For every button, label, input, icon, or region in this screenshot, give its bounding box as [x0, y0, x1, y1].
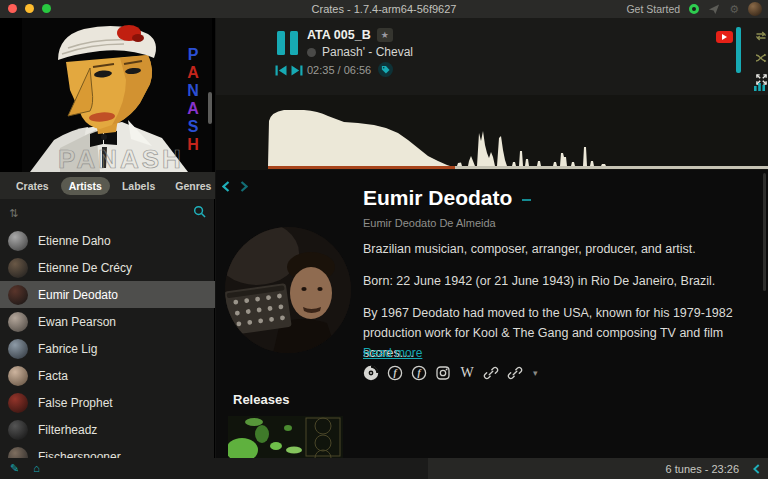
status-bar: ✎ ⌂ 6 tunes - 23:26	[0, 458, 768, 479]
facebook-icon[interactable]: f	[411, 365, 427, 381]
dash-icon[interactable]	[522, 199, 531, 201]
artist-avatar	[8, 285, 28, 305]
search-icon[interactable]	[193, 204, 206, 222]
left-sidebar: PANASH PANASH CratesArtistsLabelsGenresT…	[0, 18, 215, 458]
youtube-button[interactable]	[716, 31, 733, 43]
app-window: Crates - 1.7.4-arm64-56f9627 Get Started…	[0, 0, 768, 479]
artist-avatar	[8, 339, 28, 359]
facebook-icon[interactable]: f	[387, 365, 403, 381]
time-display: 02:35 / 06:56	[307, 64, 371, 76]
artist-list-item[interactable]: False Prophet	[0, 389, 215, 416]
bio-paragraph: By 1967 Deodato had moved to the USA, kn…	[363, 303, 768, 363]
send-icon[interactable]	[708, 3, 720, 15]
artist-photo	[225, 227, 351, 353]
artist-list-scrollbar[interactable]	[208, 92, 212, 124]
artist-avatar	[8, 366, 28, 386]
tag-icon[interactable]	[378, 62, 393, 77]
repeat-icon[interactable]	[755, 27, 767, 45]
back-button[interactable]	[222, 178, 230, 196]
artist-list-item[interactable]: Fabrice Lig	[0, 335, 215, 362]
artist-avatar	[8, 393, 28, 413]
sort-icon[interactable]: ⇅	[9, 207, 18, 220]
artist-avatar	[8, 312, 28, 332]
pause-button[interactable]	[277, 31, 298, 55]
social-links-row: ffW ▾	[363, 365, 538, 381]
artist-name: Fischerspooner	[38, 450, 121, 459]
previous-track-button[interactable]	[275, 62, 287, 80]
svg-text:P: P	[188, 46, 199, 63]
artist-name: Filterheadz	[38, 423, 97, 437]
now-playing-album-art[interactable]: PANASH PANASH	[0, 18, 215, 172]
svg-text:f: f	[393, 368, 397, 378]
svg-text:A: A	[187, 64, 199, 81]
album-art-title-text: PANASH	[58, 144, 184, 172]
artist-list-item[interactable]: Filterheadz	[0, 416, 215, 443]
artist-detail-panel: Eumir Deodato Eumir Deodato De Almeida B…	[216, 170, 768, 458]
progress-ring-icon[interactable]	[689, 4, 699, 14]
artist-list-item[interactable]: Ewan Pearson	[0, 308, 215, 335]
home-icon[interactable]: ⌂	[33, 463, 40, 474]
tab-crates[interactable]: Crates	[8, 177, 57, 195]
tab-artists[interactable]: Artists	[61, 177, 110, 195]
svg-text:N: N	[187, 82, 199, 99]
svg-text:A: A	[187, 100, 199, 117]
now-playing-label: Panash' - Cheval	[322, 45, 413, 59]
artist-avatar	[8, 258, 28, 278]
player-bar: ATA 005_B ★ Panash' - Cheval 02:35 / 06:…	[216, 18, 768, 95]
artist-full-name: Eumir Deodato De Almeida	[363, 217, 496, 229]
artist-name: False Prophet	[38, 396, 113, 410]
bio-paragraph: Brazilian musician, composer, arranger, …	[363, 239, 768, 259]
link-icon[interactable]	[507, 365, 523, 381]
artist-name-heading: Eumir Deodato	[363, 186, 512, 210]
detail-scrollbar[interactable]	[763, 173, 766, 291]
artist-name: Facta	[38, 369, 68, 383]
artist-list-item[interactable]: Etienne Daho	[0, 227, 215, 254]
artist-list-item[interactable]: Facta	[0, 362, 215, 389]
track-status-dot	[307, 48, 316, 57]
chart-icon[interactable]	[754, 77, 765, 95]
svg-text:f: f	[417, 368, 421, 378]
artist-name: Eumir Deodato	[38, 288, 118, 302]
svg-text:S: S	[188, 118, 199, 135]
wikipedia-icon[interactable]: W	[459, 365, 475, 381]
bio-paragraph: Born: 22 June 1942 (or 21 June 1943) in …	[363, 271, 768, 291]
star-rating-badge[interactable]: ★	[377, 28, 393, 42]
main-panel: ATA 005_B ★ Panash' - Cheval 02:35 / 06:…	[216, 18, 768, 458]
instagram-icon[interactable]	[435, 365, 451, 381]
tab-genres[interactable]: Genres	[167, 177, 219, 195]
artist-name: Etienne Daho	[38, 234, 111, 248]
link-icon[interactable]	[483, 365, 499, 381]
artist-avatar	[8, 447, 28, 459]
seek-bar[interactable]	[268, 166, 768, 169]
release-thumbnail[interactable]	[228, 416, 343, 458]
discogs-icon[interactable]	[363, 365, 379, 381]
artist-list-item[interactable]: Fischerspooner	[0, 443, 215, 458]
edit-icon[interactable]: ✎	[10, 463, 19, 474]
sidebar-search-row: ⇅	[0, 199, 215, 227]
tab-labels[interactable]: Labels	[114, 177, 163, 195]
forward-button[interactable]	[240, 178, 248, 196]
artist-name: Ewan Pearson	[38, 315, 116, 329]
shuffle-icon[interactable]	[755, 49, 767, 67]
artist-list: Etienne DahoEtienne De CrécyEumir Deodat…	[0, 227, 215, 458]
artist-list-item[interactable]: Etienne De Crécy	[0, 254, 215, 281]
progress-played	[268, 166, 455, 169]
sidebar-tabs: CratesArtistsLabelsGenresTags	[0, 172, 215, 199]
user-avatar[interactable]	[748, 2, 762, 16]
svg-text:H: H	[187, 136, 199, 153]
artist-avatar	[8, 420, 28, 440]
artist-name: Etienne De Crécy	[38, 261, 132, 275]
artist-list-item[interactable]: Eumir Deodato	[0, 281, 215, 308]
collapse-panel-icon[interactable]	[753, 460, 760, 478]
next-track-button[interactable]	[291, 62, 303, 80]
read-more-link[interactable]: Read more	[363, 346, 422, 360]
artist-name: Fabrice Lig	[38, 342, 97, 356]
more-links-caret-icon[interactable]: ▾	[533, 368, 538, 378]
gear-icon[interactable]: ⚙	[729, 4, 739, 15]
volume-slider[interactable]	[736, 27, 741, 73]
tunes-summary: 6 tunes - 23:26	[666, 463, 739, 475]
get-started-link[interactable]: Get Started	[626, 3, 680, 15]
waveform[interactable]	[216, 95, 768, 170]
artist-avatar	[8, 231, 28, 251]
titlebar: Crates - 1.7.4-arm64-56f9627 Get Started…	[0, 0, 768, 18]
